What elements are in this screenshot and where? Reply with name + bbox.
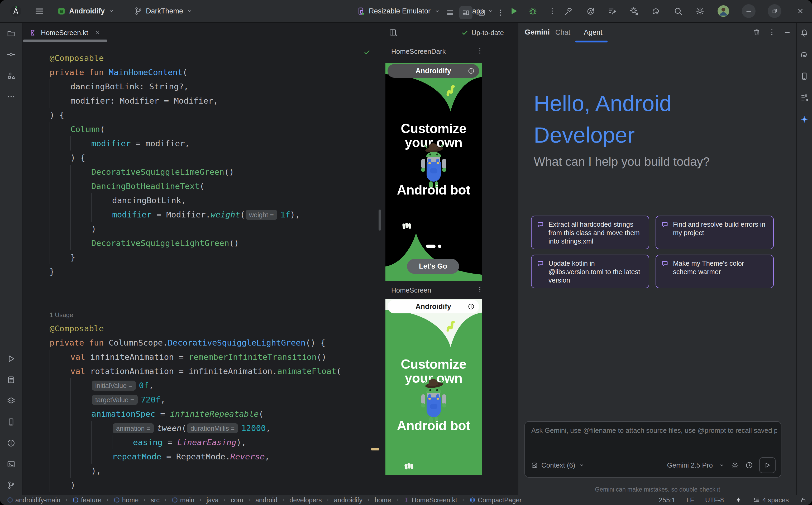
build-button[interactable]: [564, 6, 574, 16]
run-outline-icon[interactable]: [7, 354, 16, 363]
preview-layout-icon[interactable]: [388, 28, 397, 37]
gemini-panel: Gemini Chat Agent Hello, Android Develop…: [518, 23, 797, 495]
active-tab-underline: [575, 41, 607, 42]
model-selector[interactable]: Gemini 2.5 Pro: [667, 461, 713, 469]
search-everywhere-button[interactable]: [673, 6, 683, 16]
preview-options-icon[interactable]: [476, 286, 484, 294]
indent-setting[interactable]: 4 spaces: [753, 496, 789, 504]
breadcrumb-item[interactable]: androidify: [334, 496, 362, 504]
logcat-icon[interactable]: [7, 375, 16, 384]
white-squiggle-decoration: [404, 462, 415, 471]
design-view-icon[interactable]: [477, 8, 486, 17]
branch-icon[interactable]: [7, 481, 16, 490]
commit-icon[interactable]: [7, 50, 16, 59]
gemini-settings-icon[interactable]: [731, 461, 739, 469]
terminal-icon[interactable]: [7, 460, 16, 469]
preview-phone-light[interactable]: Androidify Customize your own Android bo…: [385, 299, 482, 475]
breadcrumb-item[interactable]: android: [255, 496, 277, 504]
breadcrumb-separator-icon: [222, 498, 227, 502]
editor-options-icon[interactable]: [496, 8, 505, 17]
code-area[interactable]: @Composableprivate fun MainHomeContent(d…: [22, 51, 383, 495]
breadcrumb-item[interactable]: home: [114, 496, 139, 504]
breadcrumb-item[interactable]: java: [207, 496, 219, 504]
context-selector[interactable]: Context (6): [531, 461, 585, 469]
preview-toolbar: Up-to-date: [384, 23, 518, 43]
preview-phone-dark[interactable]: Androidify Customize your own Android bo…: [385, 63, 482, 281]
tab-chat[interactable]: Chat: [555, 28, 570, 37]
resources-icon[interactable]: [7, 71, 16, 80]
gemini-suggestion-card[interactable]: Make my Theme's color scheme warmer: [656, 255, 774, 288]
preview-build-status[interactable]: Up-to-date: [461, 29, 504, 37]
gemini-suggestion-card[interactable]: Update kotlin in @libs.version.toml to t…: [531, 255, 649, 288]
device-icon[interactable]: [7, 417, 16, 427]
hide-panel-icon[interactable]: [783, 28, 791, 36]
caret-position[interactable]: 255:1: [659, 496, 675, 504]
send-button[interactable]: [759, 457, 776, 473]
preview-name-dark[interactable]: HomeScreenDark: [391, 47, 446, 56]
editor-scrollbar-thumb[interactable]: [378, 209, 381, 231]
folder-icon[interactable]: [7, 29, 16, 38]
breadcrumb-separator-icon: [281, 498, 286, 502]
user-avatar[interactable]: [717, 5, 730, 17]
gemini-suggestion-card[interactable]: Extract all hardcoded strings from this …: [531, 216, 649, 249]
phone-app-title: Androidify: [416, 67, 451, 75]
lets-go-button[interactable]: Let's Go: [407, 259, 459, 274]
elephant-icon[interactable]: [800, 50, 809, 59]
tab-agent[interactable]: Agent: [584, 28, 602, 37]
code-view-icon[interactable]: [446, 8, 455, 17]
main-menu-icon[interactable]: [34, 6, 44, 16]
android-bot-illustration: [417, 378, 451, 425]
file-encoding[interactable]: UTF-8: [705, 496, 724, 504]
split-view-toggle[interactable]: [459, 6, 472, 19]
tab-close-icon[interactable]: [95, 29, 101, 36]
breadcrumb-item[interactable]: feature: [73, 496, 102, 504]
breadcrumb-item[interactable]: com: [231, 496, 243, 504]
profiler-button[interactable]: [607, 6, 617, 16]
preview-options-icon[interactable]: [476, 47, 484, 55]
device-icon[interactable]: [800, 72, 809, 80]
debug-button[interactable]: [528, 6, 538, 16]
layers-icon[interactable]: [7, 396, 16, 405]
gradle-sync-button[interactable]: [651, 6, 661, 16]
gem-icon[interactable]: [800, 115, 809, 124]
gemini-suggestion-card[interactable]: Find and resolve build errors in my proj…: [656, 216, 774, 249]
history-icon[interactable]: [745, 461, 753, 469]
more-icon[interactable]: [7, 92, 16, 101]
breadcrumb-item[interactable]: developers: [289, 496, 322, 504]
more-actions-icon[interactable]: [548, 7, 556, 15]
window-minimize-button[interactable]: [742, 4, 756, 18]
breadcrumb-item[interactable]: src: [151, 496, 159, 504]
card-label: Update kotlin in @libs.version.toml to t…: [549, 260, 640, 284]
run-button[interactable]: [509, 6, 519, 16]
device-selector[interactable]: Resizable Emulator: [357, 7, 441, 16]
breadcrumb-item[interactable]: home: [375, 496, 391, 504]
breadcrumb-item[interactable]: androidify-main: [7, 496, 61, 504]
gemini-options-icon[interactable]: [768, 28, 776, 36]
preview-name-light[interactable]: HomeScreen: [391, 286, 431, 294]
window-close-button[interactable]: [794, 4, 807, 18]
breadcrumb-item[interactable]: CompactPager: [469, 496, 522, 504]
branch-selector[interactable]: DarkTheme: [134, 7, 193, 16]
lime-squiggle-decoration: [444, 319, 456, 332]
context-label: Context (6): [541, 461, 575, 469]
breadcrumb-separator-icon: [395, 498, 400, 502]
gemini-input-box[interactable]: Ask Gemini, use @filename to attach sour…: [525, 421, 781, 478]
problems-icon[interactable]: [7, 439, 16, 448]
compose-preview-panel: Up-to-date HomeScreenDark Androidify Cus…: [384, 23, 518, 495]
project-selector[interactable]: Androidify: [57, 7, 115, 16]
window-restore-button[interactable]: [768, 4, 781, 18]
file-lock-status[interactable]: [800, 497, 807, 503]
bell-icon[interactable]: [800, 28, 809, 37]
line-separator[interactable]: LF: [686, 496, 694, 504]
attach-debugger-button[interactable]: [629, 6, 639, 16]
structure-icon[interactable]: [800, 93, 809, 102]
clear-chat-icon[interactable]: [752, 28, 761, 36]
unlocked-icon: [800, 497, 807, 503]
breadcrumb-separator-icon: [247, 498, 252, 502]
breadcrumb-item[interactable]: main: [172, 496, 195, 504]
ai-status[interactable]: [735, 497, 742, 503]
settings-button[interactable]: [695, 6, 705, 16]
inspections-ok-icon[interactable]: [363, 48, 371, 56]
breadcrumb-item[interactable]: HomeScreen.kt: [403, 496, 457, 504]
sync-button[interactable]: [586, 6, 595, 16]
